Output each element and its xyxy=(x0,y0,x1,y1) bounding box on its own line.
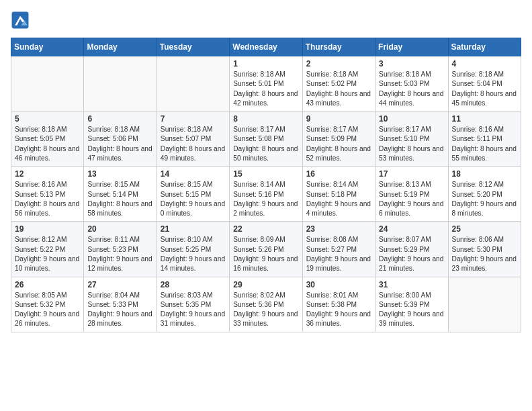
calendar-cell: 9Sunrise: 8:17 AM Sunset: 5:09 PM Daylig… xyxy=(302,111,375,167)
calendar-header-friday: Friday xyxy=(375,38,448,56)
day-info: Sunrise: 8:00 AM Sunset: 5:39 PM Dayligh… xyxy=(379,291,444,329)
day-info: Sunrise: 8:18 AM Sunset: 5:07 PM Dayligh… xyxy=(161,125,226,163)
calendar-cell: 28Sunrise: 8:03 AM Sunset: 5:35 PM Dayli… xyxy=(157,277,229,332)
day-number: 25 xyxy=(452,224,517,234)
calendar-header-sunday: Sunday xyxy=(11,38,84,56)
day-info: Sunrise: 8:14 AM Sunset: 5:18 PM Dayligh… xyxy=(306,180,371,218)
logo xyxy=(11,11,32,30)
day-number: 18 xyxy=(452,169,517,179)
calendar-cell: 4Sunrise: 8:18 AM Sunset: 5:04 PM Daylig… xyxy=(448,56,521,111)
day-info: Sunrise: 8:17 AM Sunset: 5:08 PM Dayligh… xyxy=(233,125,298,163)
calendar-cell: 27Sunrise: 8:04 AM Sunset: 5:33 PM Dayli… xyxy=(84,277,157,332)
day-number: 1 xyxy=(233,59,298,68)
day-number: 19 xyxy=(15,224,80,234)
logo-icon xyxy=(11,11,30,30)
calendar-cell: 8Sunrise: 8:17 AM Sunset: 5:08 PM Daylig… xyxy=(230,111,302,167)
calendar-cell: 31Sunrise: 8:00 AM Sunset: 5:39 PM Dayli… xyxy=(375,277,448,332)
day-info: Sunrise: 8:10 AM Sunset: 5:25 PM Dayligh… xyxy=(161,235,226,273)
day-number: 15 xyxy=(233,169,298,179)
calendar-cell: 16Sunrise: 8:14 AM Sunset: 5:18 PM Dayli… xyxy=(302,167,375,222)
calendar-cell: 15Sunrise: 8:14 AM Sunset: 5:16 PM Dayli… xyxy=(230,167,302,222)
day-info: Sunrise: 8:14 AM Sunset: 5:16 PM Dayligh… xyxy=(233,180,298,218)
calendar-header-tuesday: Tuesday xyxy=(157,38,229,56)
day-info: Sunrise: 8:16 AM Sunset: 5:11 PM Dayligh… xyxy=(452,125,517,163)
day-info: Sunrise: 8:12 AM Sunset: 5:22 PM Dayligh… xyxy=(15,235,80,273)
day-number: 2 xyxy=(306,59,371,68)
day-info: Sunrise: 8:06 AM Sunset: 5:30 PM Dayligh… xyxy=(452,235,517,273)
calendar-cell: 1Sunrise: 8:18 AM Sunset: 5:01 PM Daylig… xyxy=(230,56,302,111)
day-number: 30 xyxy=(306,280,371,289)
calendar-header-row: SundayMondayTuesdayWednesdayThursdayFrid… xyxy=(11,38,521,56)
calendar-cell xyxy=(448,277,521,332)
calendar-cell: 22Sunrise: 8:09 AM Sunset: 5:26 PM Dayli… xyxy=(230,222,302,277)
day-number: 6 xyxy=(87,114,152,124)
day-info: Sunrise: 8:08 AM Sunset: 5:27 PM Dayligh… xyxy=(306,235,371,273)
day-number: 7 xyxy=(161,114,226,124)
day-number: 16 xyxy=(306,169,371,179)
calendar-header-wednesday: Wednesday xyxy=(230,38,302,56)
day-number: 9 xyxy=(306,114,371,124)
day-number: 21 xyxy=(161,224,226,234)
calendar-cell: 24Sunrise: 8:07 AM Sunset: 5:29 PM Dayli… xyxy=(375,222,448,277)
day-info: Sunrise: 8:18 AM Sunset: 5:06 PM Dayligh… xyxy=(87,125,152,163)
day-info: Sunrise: 8:17 AM Sunset: 5:09 PM Dayligh… xyxy=(306,125,371,163)
calendar-cell: 13Sunrise: 8:15 AM Sunset: 5:14 PM Dayli… xyxy=(84,167,157,222)
calendar-week-row: 1Sunrise: 8:18 AM Sunset: 5:01 PM Daylig… xyxy=(11,56,521,111)
svg-rect-0 xyxy=(12,12,29,29)
calendar-cell: 6Sunrise: 8:18 AM Sunset: 5:06 PM Daylig… xyxy=(84,111,157,167)
day-number: 20 xyxy=(87,224,152,234)
calendar-cell: 17Sunrise: 8:13 AM Sunset: 5:19 PM Dayli… xyxy=(375,167,448,222)
day-info: Sunrise: 8:11 AM Sunset: 5:23 PM Dayligh… xyxy=(87,235,152,273)
day-info: Sunrise: 8:18 AM Sunset: 5:03 PM Dayligh… xyxy=(379,70,444,108)
calendar-cell: 23Sunrise: 8:08 AM Sunset: 5:27 PM Dayli… xyxy=(302,222,375,277)
day-number: 4 xyxy=(452,59,517,68)
day-number: 10 xyxy=(379,114,444,124)
calendar-cell: 7Sunrise: 8:18 AM Sunset: 5:07 PM Daylig… xyxy=(157,111,229,167)
calendar-header-thursday: Thursday xyxy=(302,38,375,56)
day-info: Sunrise: 8:18 AM Sunset: 5:02 PM Dayligh… xyxy=(306,70,371,108)
day-number: 26 xyxy=(15,280,80,289)
calendar-cell xyxy=(11,56,84,111)
day-number: 14 xyxy=(161,169,226,179)
calendar-cell: 3Sunrise: 8:18 AM Sunset: 5:03 PM Daylig… xyxy=(375,56,448,111)
day-number: 8 xyxy=(233,114,298,124)
day-info: Sunrise: 8:16 AM Sunset: 5:13 PM Dayligh… xyxy=(15,180,80,218)
day-info: Sunrise: 8:05 AM Sunset: 5:32 PM Dayligh… xyxy=(15,291,80,329)
day-info: Sunrise: 8:18 AM Sunset: 5:05 PM Dayligh… xyxy=(15,125,80,163)
day-info: Sunrise: 8:09 AM Sunset: 5:26 PM Dayligh… xyxy=(233,235,298,273)
calendar-week-row: 19Sunrise: 8:12 AM Sunset: 5:22 PM Dayli… xyxy=(11,222,521,277)
calendar-cell: 11Sunrise: 8:16 AM Sunset: 5:11 PM Dayli… xyxy=(448,111,521,167)
calendar-table: SundayMondayTuesdayWednesdayThursdayFrid… xyxy=(11,38,521,332)
day-number: 12 xyxy=(15,169,80,179)
day-info: Sunrise: 8:18 AM Sunset: 5:04 PM Dayligh… xyxy=(452,70,517,108)
calendar-cell xyxy=(84,56,157,111)
calendar-cell: 10Sunrise: 8:17 AM Sunset: 5:10 PM Dayli… xyxy=(375,111,448,167)
calendar-cell: 20Sunrise: 8:11 AM Sunset: 5:23 PM Dayli… xyxy=(84,222,157,277)
calendar-cell: 26Sunrise: 8:05 AM Sunset: 5:32 PM Dayli… xyxy=(11,277,84,332)
day-info: Sunrise: 8:18 AM Sunset: 5:01 PM Dayligh… xyxy=(233,70,298,108)
day-number: 24 xyxy=(379,224,444,234)
calendar-cell xyxy=(157,56,229,111)
calendar-week-row: 26Sunrise: 8:05 AM Sunset: 5:32 PM Dayli… xyxy=(11,277,521,332)
day-info: Sunrise: 8:02 AM Sunset: 5:36 PM Dayligh… xyxy=(233,291,298,329)
day-number: 23 xyxy=(306,224,371,234)
day-info: Sunrise: 8:07 AM Sunset: 5:29 PM Dayligh… xyxy=(379,235,444,273)
calendar-week-row: 5Sunrise: 8:18 AM Sunset: 5:05 PM Daylig… xyxy=(11,111,521,167)
calendar-cell: 12Sunrise: 8:16 AM Sunset: 5:13 PM Dayli… xyxy=(11,167,84,222)
day-info: Sunrise: 8:17 AM Sunset: 5:10 PM Dayligh… xyxy=(379,125,444,163)
day-number: 29 xyxy=(233,280,298,289)
calendar-cell: 2Sunrise: 8:18 AM Sunset: 5:02 PM Daylig… xyxy=(302,56,375,111)
day-number: 22 xyxy=(233,224,298,234)
day-number: 31 xyxy=(379,280,444,289)
day-info: Sunrise: 8:13 AM Sunset: 5:19 PM Dayligh… xyxy=(379,180,444,218)
day-info: Sunrise: 8:12 AM Sunset: 5:20 PM Dayligh… xyxy=(452,180,517,218)
day-info: Sunrise: 8:15 AM Sunset: 5:15 PM Dayligh… xyxy=(161,180,226,218)
day-number: 27 xyxy=(87,280,152,289)
day-number: 13 xyxy=(87,169,152,179)
calendar-cell: 19Sunrise: 8:12 AM Sunset: 5:22 PM Dayli… xyxy=(11,222,84,277)
calendar-header-saturday: Saturday xyxy=(448,38,521,56)
day-number: 11 xyxy=(452,114,517,124)
calendar-cell: 30Sunrise: 8:01 AM Sunset: 5:38 PM Dayli… xyxy=(302,277,375,332)
page-header xyxy=(11,11,521,30)
day-number: 3 xyxy=(379,59,444,68)
